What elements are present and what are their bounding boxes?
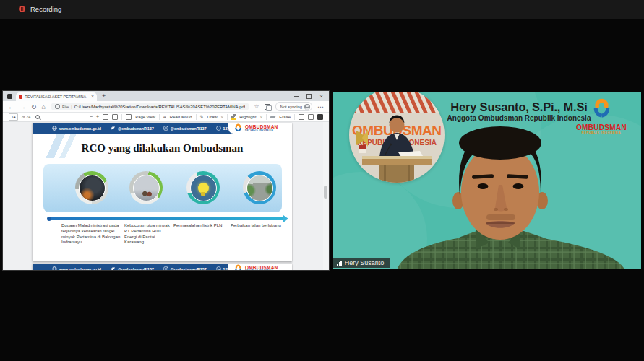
participant-name: Hery Susanto	[345, 259, 385, 266]
save-as-icon[interactable]	[317, 114, 323, 120]
signal-bars-icon	[337, 260, 342, 266]
url-divider: |	[71, 105, 72, 109]
profile-button[interactable]: Not syncing	[275, 102, 312, 111]
address-bar[interactable]: File | C:/Users/Madhyastali%20Station/Do…	[51, 103, 249, 110]
topic-label: Dugaan Maladministrasi pada terjadinya k…	[61, 223, 122, 245]
search-icon[interactable]	[35, 115, 40, 119]
print-icon[interactable]	[299, 114, 304, 120]
slide-topics-panel	[43, 164, 282, 212]
browser-navbar: ← → ↻ ⌂ File | C:/Users/Madhyastali%20St…	[3, 101, 329, 113]
timeline-arrow	[47, 215, 288, 222]
browser-tab[interactable]: REVITALISASI ASET PERTAMINA ×	[16, 92, 97, 101]
maximize-button[interactable]	[306, 94, 312, 99]
logo-subtitle: REPUBLIK INDONESIA	[572, 132, 631, 135]
minimize-button[interactable]	[294, 96, 299, 97]
scrollbar-thumb[interactable]	[324, 186, 327, 199]
pdf-file-icon	[19, 95, 22, 99]
topic-label: Permasalahan listrik PLN	[173, 223, 233, 229]
fullscreen-icon[interactable]	[112, 114, 118, 120]
globe-icon	[52, 266, 57, 270]
globe-icon	[52, 126, 57, 131]
draw-button[interactable]: Draw	[207, 115, 218, 119]
speaker-video-tile[interactable]: OMBUDSMAN REPUBLIK INDONESIA	[333, 92, 641, 269]
more-icon[interactable]: ⋯	[317, 103, 324, 110]
tab-title: REVITALISASI ASET PERTAMINA	[25, 95, 89, 99]
topic-photo-pipeline	[129, 171, 163, 204]
slide-header-bar: www.ombudsman.go.id @ombudsmanRI137 @omb…	[33, 123, 292, 134]
save-icon[interactable]	[308, 114, 314, 120]
recording-dot-icon	[19, 6, 25, 12]
topic-photo-electricity	[186, 171, 220, 204]
erase-button[interactable]: Erase	[279, 115, 291, 119]
participant-name-tag: Hery Susanto	[333, 258, 390, 268]
phone-icon	[216, 266, 221, 270]
slide-header-bar: www.ombudsman.go.id @ombudsmanRI137 @omb…	[33, 264, 292, 270]
instagram-contact: @ombudsmanRI137	[163, 126, 207, 131]
profile-sync-label: Not syncing	[280, 105, 302, 109]
avatar-icon	[304, 104, 310, 110]
forward-icon[interactable]: →	[20, 103, 26, 110]
fit-page-icon[interactable]	[103, 114, 108, 120]
slide-title: RCO yang dilakukan Ombudsman	[33, 142, 292, 155]
recording-indicator: Recording	[19, 5, 61, 13]
page-view-button[interactable]: Page view	[135, 115, 155, 119]
twitter-contact: @ombudsmanRI137	[111, 266, 154, 270]
topic-label: Kebocoran pipa minyak PT Pertamina Hulu …	[124, 223, 171, 245]
draw-dropdown-icon[interactable]: ∨	[221, 114, 224, 120]
phone-icon	[216, 126, 221, 131]
tab-close-icon[interactable]: ×	[91, 95, 94, 99]
pdf-viewer: www.ombudsman.go.id @ombudsmanRI137 @omb…	[3, 122, 329, 270]
refresh-icon[interactable]: ↻	[31, 103, 37, 110]
erase-icon	[270, 116, 276, 118]
ombudsman-logo-mark	[590, 97, 614, 121]
read-aloud-icon: A	[163, 114, 166, 120]
call-center-contact: 137	[216, 266, 230, 270]
highlight-dropdown-icon[interactable]: ∨	[260, 114, 263, 120]
pdf-toolbar: 14 of 24 − + Page view A Read aloud ✎ Dr…	[3, 113, 329, 122]
zoom-in-icon[interactable]: +	[96, 114, 99, 120]
window-controls: ×	[294, 94, 329, 101]
favorites-star-icon[interactable]: ☆	[254, 103, 259, 110]
meeting-topbar	[0, 0, 644, 19]
page-view-icon[interactable]	[126, 114, 132, 120]
slide-ombudsman-logo: OMBUDSMAN REPUBLIK INDONESIA	[228, 264, 292, 270]
lightbulb-icon	[198, 183, 209, 193]
ombudsman-logo-mark	[233, 123, 243, 133]
slide-logo-subtitle: REPUBLIK INDONESIA	[245, 130, 278, 132]
close-button[interactable]: ×	[319, 94, 323, 99]
slide-page-next: www.ombudsman.go.id @ombudsmanRI137 @omb…	[33, 264, 292, 270]
recording-label: Recording	[30, 5, 61, 13]
url-text: C:/Users/Madhyastali%20Station/Downloads…	[74, 105, 245, 109]
highlight-button[interactable]: Highlight	[239, 115, 256, 119]
page-number-input[interactable]: 14	[9, 113, 18, 121]
twitter-icon	[111, 126, 116, 131]
twitter-icon	[111, 266, 116, 270]
new-tab-button[interactable]: +	[102, 93, 106, 100]
topic-label: Perbaikan jalan berlubang	[231, 223, 281, 229]
ombudsman-logo-mark	[233, 264, 243, 270]
browser-window: REVITALISASI ASET PERTAMINA × + × ← → ↻ …	[3, 91, 329, 270]
twitter-contact: @ombudsmanRI137	[111, 126, 154, 131]
instagram-icon	[163, 266, 168, 270]
logo-name: OMBUDSMAN	[572, 124, 631, 131]
page-info-icon[interactable]	[55, 104, 60, 109]
home-icon[interactable]: ⌂	[42, 103, 46, 110]
instagram-icon	[163, 126, 168, 131]
topic-photo-road	[243, 171, 276, 204]
scrollbar-track[interactable]	[323, 122, 328, 270]
page-count-label: of 24	[22, 115, 30, 119]
website-contact: www.ombudsman.go.id	[52, 126, 101, 131]
meeting-screen: Recording REVITALISASI ASET PERTAMINA × …	[0, 0, 644, 361]
draw-icon: ✎	[200, 114, 204, 120]
instagram-contact: @ombudsmanRI137	[163, 266, 207, 270]
back-icon[interactable]: ←	[8, 103, 14, 110]
collections-icon[interactable]	[265, 104, 270, 110]
website-contact: www.ombudsman.go.id	[52, 266, 101, 270]
topic-photo-fire	[75, 171, 108, 204]
zoom-out-icon[interactable]: −	[90, 114, 93, 120]
browser-menu-icon[interactable]	[7, 94, 12, 99]
read-aloud-button[interactable]: Read aloud	[170, 115, 192, 119]
call-center-contact: 137	[216, 126, 230, 131]
url-scheme-label: File	[62, 105, 69, 109]
slide-ombudsman-logo: OMBUDSMAN REPUBLIK INDONESIA	[228, 123, 292, 134]
